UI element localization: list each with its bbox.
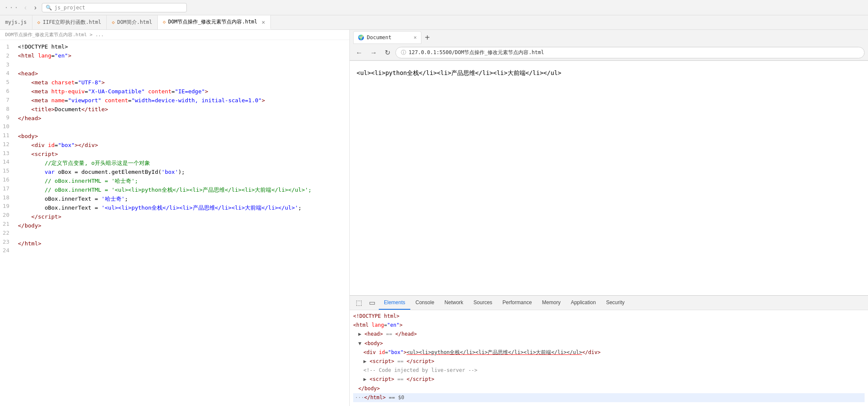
devtools-tab-memory[interactable]: Memory (537, 296, 566, 310)
devtools-tab-application[interactable]: Application (566, 296, 601, 310)
nav-back-button[interactable]: ‹ (22, 3, 29, 12)
code-area: 123456789101112131415161718192021222324 … (0, 40, 349, 406)
browser-top: 🌍 Document × + ← → ↻ ⓘ 127.0.0.1:5500/DO… (350, 30, 868, 61)
tab-icon: ◇ (163, 19, 166, 25)
tab-label: DOM简介.html (117, 19, 152, 26)
tab-label: IIFE立即执行函数.html (43, 19, 101, 26)
devtools-line: ▶ <head> == </head> (358, 330, 865, 339)
tab-label: myjs.js (5, 19, 27, 25)
browser-tab[interactable]: 🌍 Document × (353, 31, 421, 44)
devtools-line: <!DOCTYPE html> (353, 312, 865, 321)
line-numbers: 123456789101112131415161718192021222324 (0, 40, 15, 406)
devtools-line: <html lang="en"> (353, 321, 865, 330)
devtools-line: ▼ <body> (358, 339, 865, 348)
address-bar[interactable]: ⓘ 127.0.0.1:5500/DOM节点操作_修改元素节点内容.html (395, 47, 865, 58)
devtools-content: <!DOCTYPE html><html lang="en">▶ <head> … (350, 310, 868, 406)
editor-panel: DOM节点操作_修改元素节点内容.html > ... 123456789101… (0, 30, 350, 406)
browser-tab-close-icon[interactable]: × (414, 35, 417, 40)
browser-nav: ← → ↻ ⓘ 127.0.0.1:5500/DOM节点操作_修改元素节点内容.… (350, 45, 868, 60)
devtools-tab-network[interactable]: Network (439, 296, 468, 310)
browser-tab-title: Document (367, 35, 392, 40)
browser-panel: 🌍 Document × + ← → ↻ ⓘ 127.0.0.1:5500/DO… (350, 30, 868, 406)
devtools-tab-elements[interactable]: Elements (379, 296, 410, 310)
devtools-tab-sources[interactable]: Sources (468, 296, 497, 310)
search-icon: 🔍 (46, 5, 52, 11)
tab-icon: ◇ (38, 20, 41, 25)
devtools-tab-bar: ⬚ ▭ Elements Console Network Sources Per… (350, 296, 868, 310)
tab-close-icon[interactable]: × (261, 19, 265, 26)
window-controls: ··· (4, 3, 19, 12)
devtools-line: <div id="box"><ul><li>python全栈</li><li>产… (363, 348, 865, 357)
devtools-selected-line: ···</html> == $0 (353, 393, 865, 402)
browser-forward-button[interactable]: → (368, 48, 380, 58)
devtools-line: ▶ <script> == </script> (363, 357, 865, 366)
tab-label: DOM节点操作_修改元素节点内容.html (168, 18, 257, 26)
devtools-panel: ⬚ ▭ Elements Console Network Sources Per… (350, 295, 868, 406)
main-layout: DOM节点操作_修改元素节点内容.html > ... 123456789101… (0, 30, 868, 406)
address-text: 127.0.0.1:5500/DOM节点操作_修改元素节点内容.html (409, 49, 544, 56)
code-content: <!DOCTYPE html><html lang="en"><head> <m… (15, 40, 349, 406)
browser-refresh-button[interactable]: ↻ (382, 48, 393, 58)
browser-back-button[interactable]: ← (353, 48, 365, 58)
tab-iife[interactable]: ◇ IIFE立即执行函数.html (32, 15, 107, 29)
address-security-icon: ⓘ (401, 49, 406, 56)
devtools-line: </body> (358, 384, 865, 393)
tab-icon: ◇ (112, 20, 115, 25)
new-tab-button[interactable]: + (422, 33, 433, 43)
search-text: js_project (55, 5, 85, 11)
top-bar: ··· ‹ › 🔍 js_project (0, 0, 868, 15)
devtools-line: ▶ <script> == </script> (363, 375, 865, 384)
editor-tab-bar: myjs.js ◇ IIFE立即执行函数.html ◇ DOM简介.html ◇… (0, 15, 868, 30)
tab-dom-node[interactable]: ◇ DOM节点操作_修改元素节点内容.html × (158, 15, 271, 29)
browser-content: <ul><li>python全栈</li><li>产品思维</li><li>大前… (350, 61, 868, 295)
devtools-tab-performance[interactable]: Performance (497, 296, 537, 310)
devtools-inspect-icon[interactable]: ⬚ (352, 297, 366, 308)
project-search[interactable]: 🔍 js_project (42, 3, 187, 12)
devtools-tab-security[interactable]: Security (601, 296, 630, 310)
browser-tab-bar: 🌍 Document × + (350, 30, 868, 45)
devtools-line: <!-- Code injected by live-server --> (363, 366, 865, 375)
browser-tab-icon: 🌍 (358, 35, 364, 40)
nav-forward-button[interactable]: › (32, 3, 39, 12)
tab-dom-intro[interactable]: ◇ DOM简介.html (107, 15, 157, 29)
page-output-text: <ul><li>python全栈</li><li>产品思维</li><li>大前… (357, 69, 561, 76)
tab-myjs[interactable]: myjs.js (0, 15, 32, 29)
breadcrumb: DOM节点操作_修改元素节点内容.html > ... (0, 30, 349, 40)
devtools-device-icon[interactable]: ▭ (366, 297, 379, 308)
devtools-tab-console[interactable]: Console (410, 296, 439, 310)
